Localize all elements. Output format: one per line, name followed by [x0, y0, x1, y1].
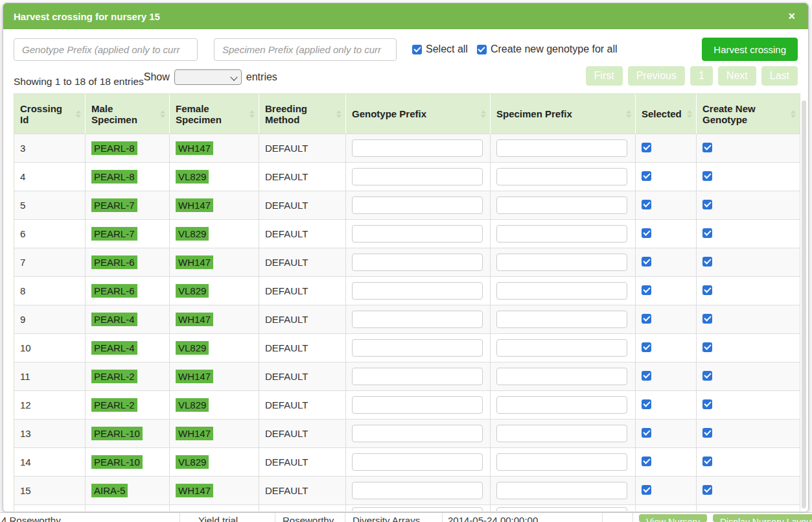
male-specimen-badge: PEARL-6	[91, 284, 137, 298]
genotype-prefix-cell	[346, 362, 491, 391]
scrollbar-thumb[interactable]	[802, 101, 806, 508]
row-specimen-prefix-input[interactable]	[496, 368, 627, 385]
row-genotype-prefix-input[interactable]	[352, 425, 483, 442]
row-genotype-prefix-input[interactable]	[352, 339, 483, 357]
row-selected-checkbox[interactable]	[642, 342, 651, 352]
row-genotype-prefix-input[interactable]	[352, 482, 483, 499]
column-header-create-new-genotype[interactable]: Create New Genotype	[697, 94, 800, 134]
display-nursery-layout-button[interactable]: Display Nursery Layout	[713, 514, 812, 522]
row-selected-checkbox[interactable]	[642, 371, 651, 381]
row-specimen-prefix-input[interactable]	[496, 482, 627, 499]
pagination-1[interactable]: 1	[690, 66, 713, 86]
row-selected-checkbox[interactable]	[642, 285, 651, 295]
table-row: 10PEARL-4VL829DEFAULT	[14, 334, 800, 362]
selected-cell	[636, 191, 697, 220]
row-create-new-genotype-checkbox[interactable]	[702, 171, 712, 181]
column-header-specimen-prefix[interactable]: Specimen Prefix	[491, 94, 636, 134]
row-specimen-prefix-input[interactable]	[496, 339, 627, 357]
row-specimen-prefix-input[interactable]	[496, 168, 627, 185]
row-prefix-input[interactable]	[352, 507, 483, 511]
pagination-last[interactable]: Last	[761, 66, 798, 86]
table-row: 9PEARL-4WH147DEFAULT	[14, 305, 800, 334]
modal-scrollbar[interactable]	[802, 101, 806, 508]
row-selected-checkbox[interactable]	[642, 143, 651, 152]
female-specimen-badge: WH147	[176, 427, 213, 440]
harvest-crossing-button[interactable]: Harvest crossing	[702, 38, 798, 61]
column-header-selected[interactable]: Selected	[636, 94, 697, 134]
row-create-new-genotype-checkbox[interactable]	[702, 285, 712, 295]
bg-cell-trial-type: Yield trial	[180, 513, 275, 522]
female-specimen-badge: VL829	[176, 284, 209, 298]
row-genotype-prefix-input[interactable]	[352, 225, 483, 243]
crossing-id-cell: 6	[14, 220, 86, 248]
row-genotype-prefix-input[interactable]	[352, 196, 483, 214]
show-entries-group: Show entries	[144, 69, 277, 85]
row-create-new-genotype-checkbox[interactable]	[702, 399, 712, 409]
row-genotype-prefix-input[interactable]	[352, 254, 483, 271]
row-specimen-prefix-input[interactable]	[496, 139, 627, 157]
column-header-label: Crossing Id	[20, 103, 62, 125]
column-header-crossing-id[interactable]: Crossing Id	[14, 94, 86, 134]
row-create-new-genotype-checkbox[interactable]	[702, 428, 712, 438]
row-create-new-genotype-checkbox[interactable]	[702, 200, 712, 209]
row-selected-checkbox[interactable]	[642, 200, 651, 209]
row-genotype-prefix-input[interactable]	[352, 368, 483, 385]
crossing-id-cell: 15	[14, 477, 86, 505]
genotype-prefix-global-input[interactable]	[14, 38, 198, 61]
column-header-genotype-prefix[interactable]: Genotype Prefix	[346, 94, 491, 134]
row-create-new-genotype-checkbox[interactable]	[702, 314, 712, 324]
row-specimen-prefix-input[interactable]	[496, 311, 627, 328]
row-specimen-prefix-input[interactable]	[496, 225, 627, 243]
bg-cell-site: Roseworthy	[275, 513, 345, 522]
bg-cell-project: Diversity Arrays	[345, 513, 443, 522]
row-genotype-prefix-input[interactable]	[352, 396, 483, 414]
male-specimen-cell: PEARL-10	[86, 448, 170, 477]
column-header-breeding-method[interactable]: Breeding Method	[259, 94, 346, 134]
pagination-previous[interactable]: Previous	[628, 66, 685, 86]
controls-row: Select all Create new genotype for all H…	[14, 38, 798, 61]
specimen-prefix-global-input[interactable]	[214, 38, 397, 61]
page-size-select[interactable]	[174, 69, 242, 85]
row-create-new-genotype-checkbox[interactable]	[702, 371, 712, 381]
row-create-new-genotype-checkbox[interactable]	[702, 457, 712, 466]
background-page-row: 4 Roseworthy Yield trial Roseworthy Dive…	[0, 512, 812, 522]
pagination-first[interactable]: First	[586, 66, 623, 86]
row-specimen-prefix-input[interactable]	[496, 425, 627, 442]
row-specimen-prefix-input[interactable]	[496, 254, 627, 271]
row-specimen-prefix-input[interactable]	[496, 196, 627, 214]
row-genotype-prefix-input[interactable]	[352, 282, 483, 300]
row-create-new-genotype-checkbox[interactable]	[702, 228, 712, 238]
row-selected-checkbox[interactable]	[642, 457, 651, 466]
row-genotype-prefix-input[interactable]	[352, 311, 483, 328]
row-genotype-prefix-input[interactable]	[352, 168, 483, 185]
row-genotype-prefix-input[interactable]	[352, 453, 483, 471]
row-selected-checkbox[interactable]	[642, 399, 651, 409]
female-specimen-badge: WH147	[176, 313, 213, 326]
sort-arrows-icon	[791, 110, 796, 118]
row-selected-checkbox[interactable]	[642, 228, 651, 238]
column-header-female-specimen[interactable]: Female Specimen	[170, 94, 259, 134]
row-create-new-genotype-checkbox[interactable]	[702, 257, 712, 267]
row-selected-checkbox[interactable]	[642, 485, 651, 495]
row-selected-checkbox[interactable]	[642, 171, 651, 181]
close-icon[interactable]: ×	[785, 9, 798, 23]
row-create-new-genotype-checkbox[interactable]	[702, 485, 712, 495]
row-selected-checkbox[interactable]	[642, 428, 651, 438]
partial-cell	[86, 505, 170, 511]
row-selected-checkbox[interactable]	[642, 314, 651, 324]
row-specimen-prefix-input[interactable]	[496, 396, 627, 414]
row-specimen-prefix-input[interactable]	[496, 453, 627, 471]
row-prefix-input[interactable]	[496, 507, 627, 511]
specimen-prefix-cell	[491, 134, 636, 163]
select-all-checkbox[interactable]	[412, 45, 422, 54]
row-selected-checkbox[interactable]	[642, 257, 651, 267]
male-specimen-badge: PEARL-7	[91, 227, 137, 241]
row-specimen-prefix-input[interactable]	[496, 282, 627, 300]
view-nursery-button[interactable]: View Nursery	[639, 514, 707, 522]
row-create-new-genotype-checkbox[interactable]	[702, 143, 712, 152]
column-header-male-specimen[interactable]: Male Specimen	[86, 94, 170, 134]
row-create-new-genotype-checkbox[interactable]	[702, 342, 712, 352]
row-genotype-prefix-input[interactable]	[352, 139, 483, 157]
pagination-next[interactable]: Next	[718, 66, 756, 86]
create-new-genotype-all-checkbox[interactable]	[477, 45, 487, 54]
